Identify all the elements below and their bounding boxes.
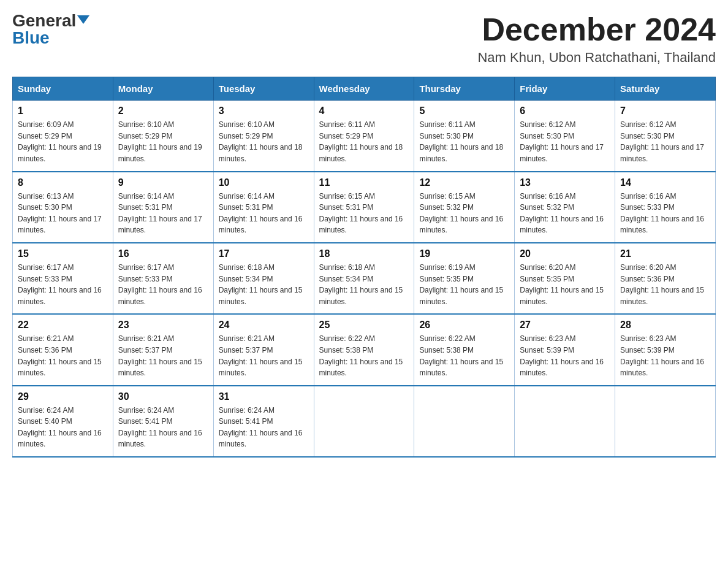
cell-day-number: 1 xyxy=(18,105,108,117)
calendar-cell: 5Sunrise: 6:11 AMSunset: 5:30 PMDaylight… xyxy=(414,101,515,172)
calendar-cell: 9Sunrise: 6:14 AMSunset: 5:31 PMDaylight… xyxy=(113,172,213,243)
calendar-cell: 12Sunrise: 6:15 AMSunset: 5:32 PMDayligh… xyxy=(414,172,515,243)
cell-info: Sunrise: 6:21 AMSunset: 5:36 PMDaylight:… xyxy=(18,333,108,378)
cell-day-number: 10 xyxy=(219,177,309,188)
cell-day-number: 5 xyxy=(419,105,509,117)
calendar-cell: 3Sunrise: 6:10 AMSunset: 5:29 PMDaylight… xyxy=(213,101,314,172)
cell-day-number: 13 xyxy=(520,177,610,188)
cell-info: Sunrise: 6:18 AMSunset: 5:34 PMDaylight:… xyxy=(219,262,309,307)
cell-day-number: 14 xyxy=(620,177,710,188)
week-row-4: 22Sunrise: 6:21 AMSunset: 5:36 PMDayligh… xyxy=(13,314,716,385)
cell-day-number: 26 xyxy=(419,320,509,331)
cell-day-number: 4 xyxy=(319,105,409,117)
cell-day-number: 3 xyxy=(219,105,309,117)
cell-info: Sunrise: 6:22 AMSunset: 5:38 PMDaylight:… xyxy=(419,333,509,378)
calendar-cell: 19Sunrise: 6:19 AMSunset: 5:35 PMDayligh… xyxy=(414,243,515,314)
calendar-cell: 31Sunrise: 6:24 AMSunset: 5:41 PMDayligh… xyxy=(213,386,314,457)
week-row-3: 15Sunrise: 6:17 AMSunset: 5:33 PMDayligh… xyxy=(13,243,716,314)
cell-day-number: 12 xyxy=(419,177,509,188)
header-sunday: Sunday xyxy=(13,77,113,101)
calendar-table: SundayMondayTuesdayWednesdayThursdayFrid… xyxy=(12,77,716,458)
cell-info: Sunrise: 6:14 AMSunset: 5:31 PMDaylight:… xyxy=(118,191,208,236)
cell-info: Sunrise: 6:14 AMSunset: 5:31 PMDaylight:… xyxy=(219,191,309,236)
cell-info: Sunrise: 6:12 AMSunset: 5:30 PMDaylight:… xyxy=(620,119,710,164)
calendar-cell: 11Sunrise: 6:15 AMSunset: 5:31 PMDayligh… xyxy=(314,172,414,243)
cell-info: Sunrise: 6:09 AMSunset: 5:29 PMDaylight:… xyxy=(18,119,108,164)
cell-info: Sunrise: 6:16 AMSunset: 5:32 PMDaylight:… xyxy=(520,191,610,236)
cell-info: Sunrise: 6:17 AMSunset: 5:33 PMDaylight:… xyxy=(118,262,208,307)
cell-info: Sunrise: 6:15 AMSunset: 5:31 PMDaylight:… xyxy=(319,191,409,236)
calendar-cell: 20Sunrise: 6:20 AMSunset: 5:35 PMDayligh… xyxy=(515,243,615,314)
cell-info: Sunrise: 6:24 AMSunset: 5:41 PMDaylight:… xyxy=(219,405,309,450)
calendar-cell: 21Sunrise: 6:20 AMSunset: 5:36 PMDayligh… xyxy=(615,243,716,314)
cell-info: Sunrise: 6:19 AMSunset: 5:35 PMDaylight:… xyxy=(419,262,509,307)
cell-info: Sunrise: 6:20 AMSunset: 5:36 PMDaylight:… xyxy=(620,262,710,307)
cell-info: Sunrise: 6:10 AMSunset: 5:29 PMDaylight:… xyxy=(219,119,309,164)
calendar-cell: 28Sunrise: 6:23 AMSunset: 5:39 PMDayligh… xyxy=(615,314,716,385)
cell-info: Sunrise: 6:12 AMSunset: 5:30 PMDaylight:… xyxy=(520,119,610,164)
cell-info: Sunrise: 6:21 AMSunset: 5:37 PMDaylight:… xyxy=(219,333,309,378)
cell-day-number: 21 xyxy=(620,248,710,259)
cell-day-number: 23 xyxy=(118,320,208,331)
cell-day-number: 8 xyxy=(18,177,108,188)
cell-day-number: 18 xyxy=(319,248,409,259)
cell-day-number: 19 xyxy=(419,248,509,259)
cell-day-number: 7 xyxy=(620,105,710,117)
calendar-cell: 22Sunrise: 6:21 AMSunset: 5:36 PMDayligh… xyxy=(13,314,113,385)
logo-general: General xyxy=(12,12,76,29)
cell-info: Sunrise: 6:24 AMSunset: 5:41 PMDaylight:… xyxy=(118,405,208,450)
calendar-cell xyxy=(515,386,615,457)
page-subtitle: Nam Khun, Ubon Ratchathani, Thailand xyxy=(477,50,716,66)
cell-info: Sunrise: 6:15 AMSunset: 5:32 PMDaylight:… xyxy=(419,191,509,236)
cell-day-number: 6 xyxy=(520,105,610,117)
calendar-cell xyxy=(615,386,716,457)
header: General Blue December 2024 Nam Khun, Ubo… xyxy=(12,12,716,66)
calendar-cell: 17Sunrise: 6:18 AMSunset: 5:34 PMDayligh… xyxy=(213,243,314,314)
calendar-cell: 14Sunrise: 6:16 AMSunset: 5:33 PMDayligh… xyxy=(615,172,716,243)
calendar-cell: 2Sunrise: 6:10 AMSunset: 5:29 PMDaylight… xyxy=(113,101,213,172)
cell-info: Sunrise: 6:23 AMSunset: 5:39 PMDaylight:… xyxy=(620,333,710,378)
cell-day-number: 24 xyxy=(219,320,309,331)
cell-day-number: 27 xyxy=(520,320,610,331)
cell-day-number: 31 xyxy=(219,391,309,402)
calendar-header: SundayMondayTuesdayWednesdayThursdayFrid… xyxy=(13,77,716,101)
calendar-cell: 13Sunrise: 6:16 AMSunset: 5:32 PMDayligh… xyxy=(515,172,615,243)
calendar-cell: 24Sunrise: 6:21 AMSunset: 5:37 PMDayligh… xyxy=(213,314,314,385)
cell-info: Sunrise: 6:22 AMSunset: 5:38 PMDaylight:… xyxy=(319,333,409,378)
week-row-5: 29Sunrise: 6:24 AMSunset: 5:40 PMDayligh… xyxy=(13,386,716,457)
cell-info: Sunrise: 6:11 AMSunset: 5:30 PMDaylight:… xyxy=(419,119,509,164)
calendar-cell: 25Sunrise: 6:22 AMSunset: 5:38 PMDayligh… xyxy=(314,314,414,385)
calendar-cell: 15Sunrise: 6:17 AMSunset: 5:33 PMDayligh… xyxy=(13,243,113,314)
cell-info: Sunrise: 6:17 AMSunset: 5:33 PMDaylight:… xyxy=(18,262,108,307)
calendar-cell: 7Sunrise: 6:12 AMSunset: 5:30 PMDaylight… xyxy=(615,101,716,172)
logo-blue: Blue xyxy=(12,28,50,47)
header-friday: Friday xyxy=(515,77,615,101)
logo-triangle-icon xyxy=(77,15,89,24)
cell-info: Sunrise: 6:10 AMSunset: 5:29 PMDaylight:… xyxy=(118,119,208,164)
cell-day-number: 25 xyxy=(319,320,409,331)
logo: General Blue xyxy=(12,12,89,47)
calendar-cell: 8Sunrise: 6:13 AMSunset: 5:30 PMDaylight… xyxy=(13,172,113,243)
cell-day-number: 9 xyxy=(118,177,208,188)
cell-info: Sunrise: 6:18 AMSunset: 5:34 PMDaylight:… xyxy=(319,262,409,307)
calendar-cell: 23Sunrise: 6:21 AMSunset: 5:37 PMDayligh… xyxy=(113,314,213,385)
week-row-2: 8Sunrise: 6:13 AMSunset: 5:30 PMDaylight… xyxy=(13,172,716,243)
calendar-cell: 26Sunrise: 6:22 AMSunset: 5:38 PMDayligh… xyxy=(414,314,515,385)
calendar-cell: 30Sunrise: 6:24 AMSunset: 5:41 PMDayligh… xyxy=(113,386,213,457)
header-monday: Monday xyxy=(113,77,213,101)
header-tuesday: Tuesday xyxy=(213,77,314,101)
calendar-cell: 29Sunrise: 6:24 AMSunset: 5:40 PMDayligh… xyxy=(13,386,113,457)
cell-day-number: 30 xyxy=(118,391,208,402)
calendar-cell: 18Sunrise: 6:18 AMSunset: 5:34 PMDayligh… xyxy=(314,243,414,314)
page-title: December 2024 xyxy=(477,12,716,47)
cell-day-number: 15 xyxy=(18,248,108,259)
cell-info: Sunrise: 6:16 AMSunset: 5:33 PMDaylight:… xyxy=(620,191,710,236)
calendar-cell xyxy=(414,386,515,457)
header-row: SundayMondayTuesdayWednesdayThursdayFrid… xyxy=(13,77,716,101)
cell-day-number: 20 xyxy=(520,248,610,259)
cell-day-number: 2 xyxy=(118,105,208,117)
calendar-cell: 10Sunrise: 6:14 AMSunset: 5:31 PMDayligh… xyxy=(213,172,314,243)
header-saturday: Saturday xyxy=(615,77,716,101)
calendar-body: 1Sunrise: 6:09 AMSunset: 5:29 PMDaylight… xyxy=(13,101,716,457)
cell-day-number: 28 xyxy=(620,320,710,331)
